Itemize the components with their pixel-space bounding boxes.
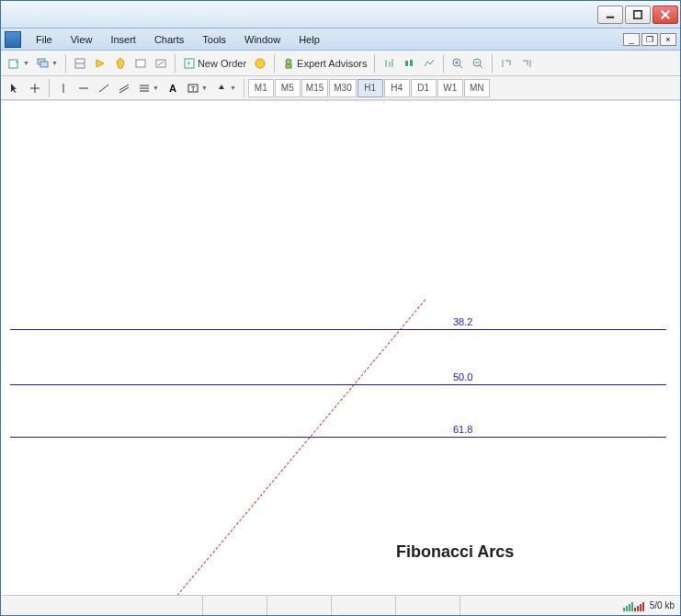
- timeframe-m1[interactable]: M1: [248, 79, 274, 97]
- maximize-button[interactable]: [625, 6, 651, 24]
- svg-rect-17: [286, 64, 291, 68]
- status-cell: [203, 596, 267, 615]
- strategy-tester-button[interactable]: [151, 53, 171, 74]
- candle-chart-button[interactable]: [399, 53, 419, 74]
- app-icon: [5, 31, 21, 48]
- svg-line-28: [480, 65, 482, 68]
- chart-area[interactable]: 38.250.061.8 Fibonacci Arcs: [1, 100, 680, 595]
- titlebar: [1, 1, 680, 29]
- mdi-controls: _ ❐ ×: [623, 33, 680, 46]
- trendline-button[interactable]: [94, 78, 114, 98]
- menu-insert[interactable]: Insert: [101, 31, 145, 48]
- timeframe-d1[interactable]: D1: [411, 79, 437, 97]
- svg-rect-22: [410, 60, 413, 66]
- timeframe-m15[interactable]: M15: [301, 79, 328, 97]
- chart-annotation: Fibonacci Arcs: [396, 542, 514, 562]
- menu-help[interactable]: Help: [289, 31, 329, 48]
- timeframe-m5[interactable]: M5: [275, 79, 301, 97]
- expert-advisors-label: Expert Advisors: [297, 58, 367, 69]
- zoom-out-button[interactable]: [468, 53, 488, 74]
- menu-window[interactable]: Window: [235, 31, 289, 48]
- mdi-close-button[interactable]: ×: [660, 33, 676, 46]
- timeframe-m30[interactable]: M30: [329, 79, 356, 97]
- mdi-restore-button[interactable]: ❐: [641, 33, 658, 46]
- equidistant-channel-button[interactable]: [114, 78, 134, 98]
- auto-scroll-button[interactable]: [496, 53, 516, 74]
- candlestick-series: [1, 101, 680, 595]
- vertical-line-button[interactable]: [53, 78, 74, 98]
- status-cell: [1, 596, 203, 615]
- timeframe-w1[interactable]: W1: [437, 79, 463, 97]
- terminal-button[interactable]: [131, 53, 151, 74]
- market-watch-button[interactable]: [70, 53, 90, 74]
- new-order-button[interactable]: +New Order: [179, 53, 250, 74]
- menu-tools[interactable]: Tools: [193, 31, 235, 48]
- svg-rect-10: [136, 60, 145, 67]
- navigator-button[interactable]: [90, 53, 110, 74]
- profiles-button[interactable]: ▼: [33, 53, 62, 74]
- expert-advisors-button[interactable]: Expert Advisors: [278, 53, 370, 74]
- svg-line-37: [119, 85, 129, 90]
- crosshair-button[interactable]: [25, 78, 45, 98]
- minimize-button[interactable]: [597, 6, 623, 24]
- svg-line-38: [119, 87, 129, 93]
- svg-point-16: [286, 59, 291, 64]
- mdi-minimize-button[interactable]: _: [623, 33, 640, 46]
- timeframe-h1[interactable]: H1: [358, 79, 383, 97]
- text-label-button[interactable]: T▼: [183, 78, 211, 98]
- statusbar: 5/0 kb: [1, 595, 680, 615]
- toolbar-objects: ▼ A T▼ ▼ M1M5M15M30H1H4D1W1MN: [1, 76, 680, 100]
- svg-line-24: [460, 65, 462, 68]
- menu-view[interactable]: View: [62, 31, 102, 48]
- menu-charts[interactable]: Charts: [145, 31, 193, 48]
- menu-file[interactable]: File: [27, 31, 62, 48]
- svg-text:+: +: [187, 59, 191, 68]
- text-button[interactable]: A: [163, 78, 183, 98]
- svg-line-36: [99, 85, 108, 92]
- data-window-button[interactable]: [110, 53, 131, 74]
- status-kb: 5/0 kb: [650, 600, 675, 610]
- chart-shift-button[interactable]: [516, 53, 537, 74]
- cursor-button[interactable]: [5, 78, 25, 98]
- bar-chart-button[interactable]: [379, 53, 399, 74]
- svg-rect-21: [405, 61, 408, 66]
- svg-rect-7: [40, 62, 48, 67]
- app-window: File View Insert Charts Tools Window Hel…: [0, 0, 681, 616]
- timeframe-group: M1M5M15M30H1H4D1W1MN: [248, 79, 491, 97]
- timeframe-h4[interactable]: H4: [384, 79, 410, 97]
- connection-indicator-icon: [623, 600, 644, 611]
- svg-rect-1: [634, 10, 641, 17]
- horizontal-line-button[interactable]: [74, 78, 94, 98]
- zoom-in-button[interactable]: [448, 53, 468, 74]
- svg-text:T: T: [191, 86, 196, 92]
- svg-text:+: +: [15, 58, 19, 66]
- close-button[interactable]: [653, 6, 678, 24]
- new-chart-button[interactable]: +▼: [5, 53, 33, 74]
- metaquotes-button[interactable]: [250, 53, 270, 74]
- svg-point-15: [255, 59, 265, 68]
- fibonacci-button[interactable]: ▼: [134, 78, 163, 98]
- timeframe-mn[interactable]: MN: [464, 79, 490, 97]
- line-chart-button[interactable]: [419, 53, 439, 74]
- new-order-label: New Order: [198, 58, 246, 69]
- arrows-button[interactable]: ▼: [211, 78, 240, 98]
- menubar: File View Insert Charts Tools Window Hel…: [1, 29, 680, 51]
- toolbar-main: +▼ ▼ +New Order Expert Advisors: [1, 51, 680, 76]
- status-cell: [332, 596, 396, 615]
- status-cell: [267, 596, 332, 615]
- status-cell: [396, 596, 460, 615]
